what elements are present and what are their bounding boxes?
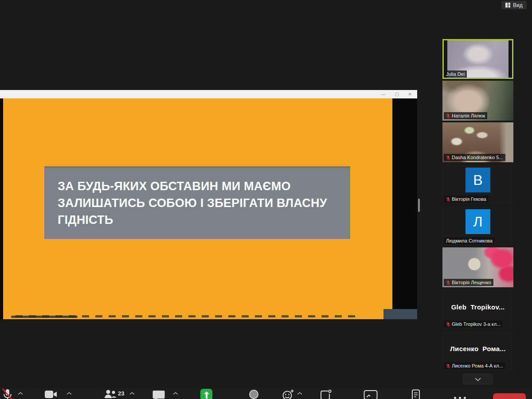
slide-text: ЗА БУДЬ-ЯКИХ ОБСТАВИН МИ МАЄМО ЗАЛИШАТИС…: [44, 168, 350, 228]
bottom-toolbar: 23: [0, 388, 532, 399]
mute-mic-icon[interactable]: [2, 388, 13, 399]
whiteboard-icon[interactable]: [364, 390, 378, 399]
video-camera-icon[interactable]: [44, 390, 58, 399]
participant-name-label: Gleb Tropikov 3-а кл...: [444, 321, 503, 328]
participants-count: 23: [118, 390, 124, 397]
view-button[interactable]: Вид: [501, 1, 527, 9]
slide-corner-box: [383, 309, 417, 319]
participant-name: Julia Dei: [446, 71, 465, 77]
participant-tile-dasha-kondratenko[interactable]: Dasha Kondratenko 5...: [442, 122, 513, 162]
more-options-icon[interactable]: [454, 393, 469, 399]
participant-name: Gleb Tropikov 3-а кл...: [452, 321, 501, 327]
avatar-initial: Л: [473, 214, 483, 230]
participant-display-name: Лисенко Рома...: [442, 345, 513, 352]
muted-mic-icon: [446, 364, 450, 368]
participant-tile-julia-dei[interactable]: Julia Dei: [442, 39, 513, 79]
presentation-slide: ЗА БУДЬ-ЯКИХ ОБСТАВИН МИ МАЄМО ЗАЛИШАТИС…: [0, 98, 417, 319]
avatar: В: [466, 168, 490, 192]
participant-tile-viktoria-leschenko[interactable]: Вікторія Лещенко: [442, 247, 513, 287]
chevron-up-icon[interactable]: [297, 392, 302, 395]
participant-name-label: Julia Dei: [444, 70, 467, 78]
zoom-meeting-screen: Вид — ▢ ✕ ЗА БУДЬ-ЯКИХ ОБСТАВИН МИ МАЄМО…: [0, 0, 532, 399]
share-arrow-icon: [203, 391, 210, 399]
chevron-up-icon[interactable]: [173, 392, 178, 395]
shared-screen-window: — ▢ ✕ ЗА БУДЬ-ЯКИХ ОБСТАВИН МИ МАЄМО ЗАЛ…: [0, 90, 417, 319]
participants-panel: Julia Dei Наталія Лялюк: [442, 39, 513, 371]
reactions-icon[interactable]: [282, 389, 294, 399]
apps-icon[interactable]: [320, 390, 332, 399]
chevron-up-icon[interactable]: [18, 392, 23, 395]
participants-icon[interactable]: [104, 389, 117, 399]
participant-name-label: Вікторія Гекова: [444, 196, 489, 203]
participant-name: Dasha Kondratenko 5...: [452, 155, 503, 160]
muted-mic-icon: [446, 155, 450, 160]
participant-name-label: Вікторія Лещенко: [444, 279, 493, 286]
participant-tile-viktoria-gekova[interactable]: В Вікторія Гекова: [442, 164, 513, 204]
view-button-label: Вид: [513, 2, 523, 8]
end-meeting-button[interactable]: [493, 393, 526, 399]
muted-mic-icon: [446, 113, 450, 118]
close-icon[interactable]: ✕: [408, 92, 412, 97]
minimize-icon[interactable]: —: [381, 92, 385, 97]
participant-name: Наталія Лялюк: [452, 113, 485, 118]
participant-name: Вікторія Гекова: [452, 196, 486, 202]
muted-mic-icon: [446, 322, 450, 327]
participant-name-label: Наталія Лялюк: [444, 112, 487, 119]
participant-name: Людмила Сотникова: [446, 238, 493, 243]
slide-watermark: [11, 316, 78, 318]
participant-name-label: Лисенко Рома 4-А кл...: [444, 362, 505, 369]
chevron-up-icon[interactable]: [129, 392, 135, 395]
participant-tile-gleb-tropikov[interactable]: Gleb Tropikov... Gleb Tropikov 3-а кл...: [442, 289, 513, 329]
shared-window-titlebar: — ▢ ✕: [0, 90, 417, 98]
notes-icon[interactable]: [411, 389, 420, 399]
participant-name-label: Dasha Kondratenko 5...: [444, 154, 505, 161]
participant-tile-natalia-lyalyuk[interactable]: Наталія Лялюк: [442, 81, 513, 121]
chevron-up-icon[interactable]: [66, 392, 72, 395]
chevron-down-icon: [474, 377, 481, 381]
chat-icon[interactable]: [153, 390, 165, 399]
participant-name: Вікторія Лещенко: [452, 280, 491, 285]
participant-name-label: Людмила Сотникова: [444, 237, 495, 244]
record-button[interactable]: [249, 390, 258, 399]
grid-view-icon: [505, 3, 510, 8]
scrollbar-thumb[interactable]: [418, 199, 420, 212]
participant-display-name: Gleb Tropikov...: [442, 303, 513, 311]
avatar-initial: В: [473, 172, 482, 188]
muted-mic-icon: [446, 280, 450, 285]
collapse-participants-button[interactable]: [462, 373, 493, 385]
maximize-icon[interactable]: ▢: [395, 92, 399, 97]
participant-tile-lysenko-roma[interactable]: Лисенко Рома... Лисенко Рома 4-А кл...: [442, 331, 513, 371]
participant-tile-lyudmila-sotnikova[interactable]: Л Людмила Сотникова: [442, 206, 513, 246]
muted-mic-icon: [446, 197, 450, 202]
share-screen-button[interactable]: [200, 389, 212, 399]
participant-name: Лисенко Рома 4-А кл...: [452, 363, 503, 368]
avatar: Л: [466, 209, 490, 234]
slide-textbox: ЗА БУДЬ-ЯКИХ ОБСТАВИН МИ МАЄМО ЗАЛИШАТИС…: [44, 166, 350, 239]
